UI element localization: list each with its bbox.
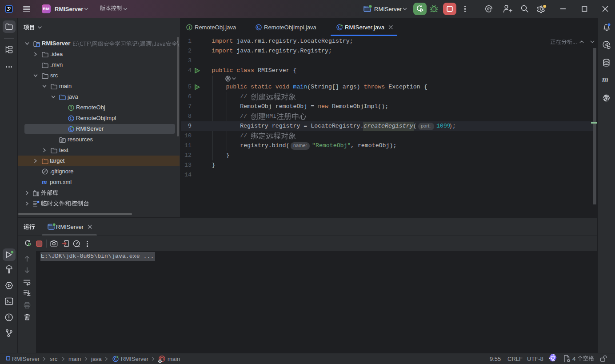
svg-text:I: I: [70, 105, 72, 110]
svg-text:C: C: [257, 25, 260, 30]
svg-text:I: I: [188, 25, 190, 30]
svg-text:C: C: [69, 116, 72, 121]
